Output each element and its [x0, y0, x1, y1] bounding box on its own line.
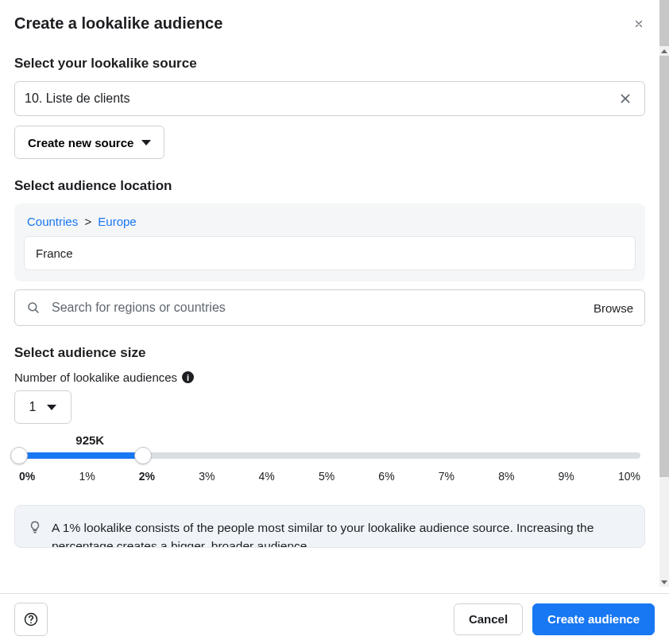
slider-ticks: 0%1%2%3%4%5%6%7%8%9%10% [19, 470, 640, 483]
create-new-source-label: Create new source [28, 136, 133, 149]
slider-thumb-end[interactable] [134, 447, 152, 464]
location-panel: Countries > Europe France [14, 204, 645, 281]
breadcrumb: Countries > Europe [24, 215, 636, 228]
scrollbar-arrow-up[interactable] [659, 46, 669, 56]
slider-tick: 5% [319, 470, 334, 483]
number-of-audiences-label: Number of lookalike audiences i [14, 370, 645, 384]
breadcrumb-europe[interactable]: Europe [98, 215, 136, 228]
slider-tick: 10% [618, 470, 640, 483]
section-title-source: Select your lookalike source [14, 56, 645, 72]
slider-tick: 7% [439, 470, 454, 483]
caret-down-icon [141, 140, 151, 145]
number-of-audiences-select[interactable]: 1 [14, 390, 72, 424]
cancel-button[interactable]: Cancel [454, 603, 523, 635]
browse-link[interactable]: Browse [594, 301, 633, 315]
slider-thumb-start[interactable] [10, 447, 28, 464]
lookalike-source-select[interactable]: 10. Liste de clients [14, 81, 645, 116]
location-search-row: Browse [14, 289, 645, 326]
close-icon [619, 92, 632, 105]
breadcrumb-separator: > [84, 215, 91, 228]
close-icon [634, 17, 644, 31]
slider-rail [19, 452, 640, 459]
audience-size-slider[interactable]: 925K 0%1%2%3%4%5%6%7%8%9%10% [14, 452, 645, 483]
lookalike-modal: Create a lookalike audience Select your … [0, 0, 669, 644]
lightbulb-icon [28, 520, 42, 534]
scrollbar-thumb[interactable] [659, 0, 669, 477]
section-title-size: Select audience size [14, 345, 645, 361]
number-of-audiences-value: 1 [29, 400, 37, 414]
caret-down-icon [47, 405, 56, 410]
number-of-audiences-text: Number of lookalike audiences [14, 370, 177, 384]
scrollbar-arrow-down[interactable] [659, 577, 669, 587]
slider-rail-active [19, 452, 143, 459]
slider-tick: 3% [199, 470, 215, 483]
tip-text: A 1% lookalike consists of the people mo… [52, 518, 632, 544]
slider-tick: 6% [378, 470, 394, 483]
page-title: Create a lookalike audience [14, 14, 222, 33]
create-audience-button[interactable]: Create audience [532, 603, 655, 635]
estimated-size-label: 925K [75, 433, 104, 447]
slider-tick: 2% [139, 470, 155, 483]
slider-tick: 8% [498, 470, 514, 483]
slider-tick: 4% [259, 470, 275, 483]
modal-body: Select your lookalike source 10. Liste d… [0, 38, 669, 593]
modal-footer: Cancel Create audience [0, 593, 669, 644]
slider-tick: 1% [79, 470, 95, 483]
help-icon [23, 611, 39, 627]
create-new-source-button[interactable]: Create new source [14, 126, 164, 159]
search-icon [26, 301, 41, 315]
help-button[interactable] [14, 603, 48, 636]
selected-location-chip[interactable]: France [24, 236, 636, 270]
slider-tick: 9% [559, 470, 574, 483]
breadcrumb-countries[interactable]: Countries [27, 215, 78, 228]
modal-header: Create a lookalike audience [0, 0, 669, 38]
info-icon[interactable]: i [182, 371, 194, 383]
svg-point-2 [30, 622, 32, 623]
lookalike-source-value: 10. Liste de clients [25, 91, 130, 106]
slider-tick: 0% [19, 470, 35, 483]
close-button[interactable] [629, 14, 648, 33]
tip-panel: A 1% lookalike consists of the people mo… [14, 505, 645, 548]
section-title-location: Select audience location [14, 178, 645, 194]
location-search-input[interactable] [50, 300, 584, 316]
clear-source-button[interactable] [616, 89, 635, 108]
